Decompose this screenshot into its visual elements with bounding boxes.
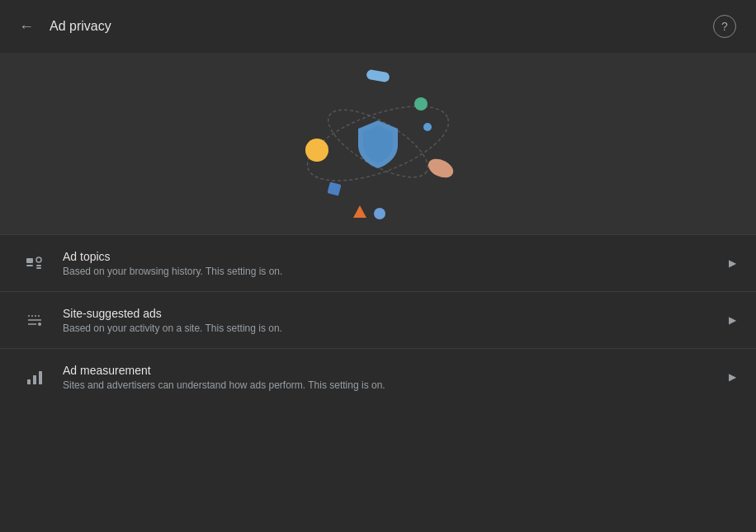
ad-measurement-content: Ad measurement Sites and advertisers can… <box>63 364 722 391</box>
page-container: ← Ad privacy ? <box>0 0 756 532</box>
svg-rect-11 <box>26 265 33 266</box>
site-suggested-chevron: ▶ <box>729 314 736 326</box>
svg-point-7 <box>374 208 385 219</box>
hero-banner <box>0 53 756 234</box>
ad-measurement-chevron: ▶ <box>729 371 736 383</box>
settings-item-ad-topics[interactable]: Ad topics Based on your browsing history… <box>0 234 756 291</box>
svg-rect-10 <box>26 258 33 263</box>
ad-topics-subtitle: Based on your browsing history. This set… <box>63 266 722 277</box>
help-icon: ? <box>721 20 728 33</box>
svg-point-12 <box>36 257 41 262</box>
site-suggested-subtitle: Based on your activity on a site. This s… <box>63 322 722 334</box>
header: ← Ad privacy ? <box>0 0 756 53</box>
settings-item-ad-measurement[interactable]: Ad measurement Sites and advertisers can… <box>0 348 756 405</box>
header-left: ← Ad privacy <box>13 13 111 40</box>
ad-topics-title: Ad topics <box>63 250 722 263</box>
svg-rect-2 <box>366 69 390 83</box>
ad-measurement-icon <box>20 362 50 392</box>
ad-measurement-subtitle: Sites and advertisers can understand how… <box>63 379 722 391</box>
ad-topics-icon <box>20 248 50 278</box>
shield-icon <box>352 117 404 170</box>
back-icon: ← <box>19 18 34 35</box>
svg-point-3 <box>305 139 328 162</box>
settings-list: Ad topics Based on your browsing history… <box>0 234 756 532</box>
ad-topics-content: Ad topics Based on your browsing history… <box>63 250 722 277</box>
svg-rect-20 <box>33 375 36 384</box>
page-title: Ad privacy <box>50 19 111 34</box>
svg-point-9 <box>423 123 432 131</box>
back-button[interactable]: ← <box>13 13 40 40</box>
svg-rect-13 <box>36 265 41 266</box>
site-suggested-icon <box>20 305 50 335</box>
svg-rect-14 <box>36 267 41 269</box>
svg-point-6 <box>425 155 456 181</box>
orbit-illustration <box>287 53 469 234</box>
site-suggested-title: Site-suggested ads <box>63 307 722 320</box>
svg-rect-5 <box>327 181 341 195</box>
svg-marker-8 <box>353 205 366 218</box>
site-suggested-content: Site-suggested ads Based on your activit… <box>63 307 722 334</box>
svg-point-18 <box>38 322 41 326</box>
svg-rect-21 <box>39 371 42 384</box>
svg-point-4 <box>414 97 428 111</box>
ad-topics-chevron: ▶ <box>729 257 736 269</box>
ad-measurement-title: Ad measurement <box>63 364 722 377</box>
settings-item-site-suggested[interactable]: Site-suggested ads Based on your activit… <box>0 291 756 348</box>
svg-rect-19 <box>27 379 31 384</box>
help-button[interactable]: ? <box>713 15 736 38</box>
